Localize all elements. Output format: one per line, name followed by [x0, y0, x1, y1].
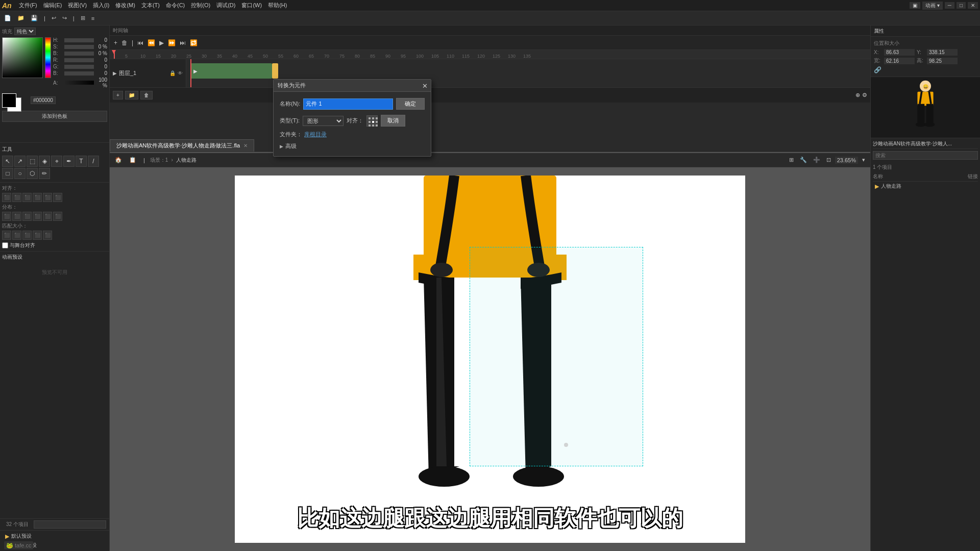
dist-v2[interactable]: ⬛ — [33, 212, 42, 221]
tl-settings-btn[interactable]: ⚙ — [862, 92, 867, 98]
s-slider[interactable] — [64, 45, 94, 49]
canvas-icon4[interactable]: ⊡ — [824, 156, 833, 164]
library-item-0[interactable]: ▶ 人物走路 — [873, 182, 978, 191]
zoom-dropdown-btn[interactable]: ▾ — [860, 156, 867, 164]
menu-modify[interactable]: 修改(M) — [112, 1, 138, 10]
tl-add-layer[interactable]: + — [113, 38, 118, 47]
name-input[interactable] — [303, 98, 393, 110]
hue-slider[interactable] — [45, 37, 51, 78]
tb-save[interactable]: 💾 — [29, 14, 40, 22]
topbar-close[interactable]: ✕ — [968, 2, 978, 9]
tb-open[interactable]: 📁 — [15, 14, 27, 22]
color-gradient-box[interactable] — [2, 37, 43, 78]
topbar-maximize[interactable]: □ — [957, 2, 966, 9]
dist-v[interactable]: ⬛ — [12, 212, 21, 221]
align-center-v[interactable]: ⬛ — [43, 193, 52, 202]
topbar-icon-btn[interactable]: ▣ — [910, 2, 920, 9]
match-w[interactable]: ⬛ — [2, 231, 11, 240]
align-bottom[interactable]: ⬛ — [53, 193, 62, 202]
align-center-h[interactable]: ⬛ — [12, 193, 21, 202]
tl-delete-layer[interactable]: 🗑 — [120, 38, 129, 47]
subselect-tool[interactable]: ↗ — [14, 156, 26, 167]
tl-trash-btn[interactable]: 🗑 — [140, 91, 153, 99]
tb-snap[interactable]: ⊞ — [79, 14, 87, 22]
space-h[interactable]: ⬛ — [33, 231, 42, 240]
tab-main[interactable]: 沙雕动画AN软件高级教学·沙雕人物走路做法三.fla ✕ — [110, 139, 254, 152]
ok-button[interactable]: 确定 — [396, 98, 425, 110]
r-slider[interactable] — [64, 58, 94, 62]
dist-h[interactable]: ⬛ — [2, 212, 11, 221]
canvas-icon2[interactable]: 🔧 — [798, 156, 809, 164]
add-to-swatch-btn[interactable]: 添加到色板 — [2, 111, 107, 122]
stage-align-check[interactable] — [2, 242, 8, 248]
canvas-icon3[interactable]: ➕ — [811, 156, 822, 164]
menu-debug[interactable]: 调试(D) — [213, 1, 238, 10]
a-slider[interactable] — [64, 81, 94, 85]
free-transform-tool[interactable]: ⬚ — [27, 156, 38, 167]
align-top[interactable]: ⬛ — [33, 193, 42, 202]
menu-help[interactable]: 帮助(H) — [265, 1, 290, 10]
convert-symbol-dialog[interactable]: 转换为元件 ✕ 名称(N): 确定 类型(T): 图形 影片剪辑 按钮 对齐： — [273, 79, 431, 157]
b2-slider[interactable] — [64, 71, 94, 76]
pen-tool[interactable]: ✒ — [63, 156, 75, 167]
tl-step-forward[interactable]: ⏩ — [167, 38, 177, 47]
tl-onion-btn[interactable]: ⊕ — [855, 92, 860, 98]
menu-view[interactable]: 视图(V) — [65, 1, 90, 10]
line-tool[interactable]: / — [88, 156, 99, 167]
file-link[interactable]: 库根目录 — [304, 131, 327, 138]
align-left[interactable]: ⬛ — [2, 193, 11, 202]
tl-new-layer-btn[interactable]: + — [113, 91, 123, 99]
tl-end[interactable]: ⏭ — [179, 38, 187, 47]
gradient-tool[interactable]: ◈ — [39, 156, 50, 167]
dist-h3[interactable]: ⬛ — [43, 212, 52, 221]
topbar-animate-btn[interactable]: 动画 ▾ — [922, 2, 943, 10]
rect-tool[interactable]: □ — [2, 168, 13, 179]
h-slider[interactable] — [64, 38, 94, 42]
topbar-minimize[interactable]: ─ — [945, 2, 954, 9]
tb-new[interactable]: 📄 — [2, 14, 13, 22]
menu-window[interactable]: 窗口(W) — [238, 1, 265, 10]
dialog-close-btn[interactable]: ✕ — [422, 82, 428, 89]
fg-swatch[interactable] — [2, 93, 16, 108]
menu-text[interactable]: 文本(T) — [138, 1, 163, 10]
tab-main-close[interactable]: ✕ — [243, 143, 248, 148]
menu-file[interactable]: 文件(F) — [16, 1, 40, 10]
pencil-tool[interactable]: ✏ — [39, 168, 50, 179]
poly-tool[interactable]: ⬡ — [27, 168, 38, 179]
tb-align[interactable]: ≡ — [89, 14, 96, 22]
text-tool[interactable]: T — [76, 156, 87, 167]
menu-edit[interactable]: 编辑(E) — [40, 1, 65, 10]
oval-tool[interactable]: ○ — [14, 168, 26, 179]
align-grid-icon[interactable] — [366, 115, 378, 127]
menu-control[interactable]: 控制(O) — [188, 1, 213, 10]
match-h[interactable]: ⬛ — [12, 231, 21, 240]
menu-insert[interactable]: 插入(I) — [90, 1, 112, 10]
g-slider[interactable] — [64, 65, 94, 69]
align-right[interactable]: ⬛ — [22, 193, 32, 202]
tl-step-back[interactable]: ⏪ — [146, 38, 156, 47]
lasso-tool[interactable]: ⌖ — [51, 156, 62, 167]
canvas-inner[interactable]: 比如这边腿跟这边腿用相同软件也可以的 — [110, 167, 870, 551]
canvas-home-btn[interactable]: 🏠 — [113, 156, 124, 164]
tb-redo[interactable]: ↪ — [60, 14, 69, 22]
anim-lib-item-default[interactable]: ▶ 默认预设 — [3, 532, 106, 541]
match-wh[interactable]: ⬛ — [22, 231, 32, 240]
b-slider[interactable] — [64, 52, 94, 56]
dist-h2[interactable]: ⬛ — [22, 212, 32, 221]
cancel-button[interactable]: 取消 — [381, 115, 405, 127]
anim-search-input[interactable] — [34, 520, 106, 529]
tl-folder-btn[interactable]: 📁 — [125, 91, 138, 99]
tl-loop[interactable]: 🔁 — [189, 38, 199, 47]
library-search-input[interactable] — [873, 151, 978, 160]
tl-rewind[interactable]: ⏮ — [136, 38, 144, 47]
space-v[interactable]: ⬛ — [43, 231, 52, 240]
fill-type-select[interactable]: 纯色 — [14, 28, 36, 35]
select-tool[interactable]: ↖ — [2, 156, 13, 167]
menu-command[interactable]: 命令(C) — [163, 1, 188, 10]
type-select[interactable]: 图形 影片剪辑 按钮 — [303, 116, 344, 126]
tl-play[interactable]: ▶ — [158, 38, 165, 47]
track-lock[interactable]: 🔒 — [169, 70, 176, 76]
tb-undo[interactable]: ↩ — [50, 14, 58, 22]
canvas-clip-btn[interactable]: 📋 — [127, 156, 138, 164]
hex-value[interactable]: #000000 — [31, 96, 56, 104]
